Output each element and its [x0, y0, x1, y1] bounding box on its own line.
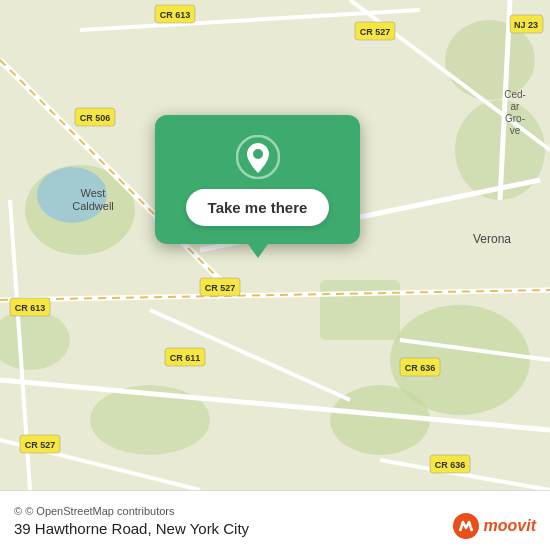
attribution-label: © OpenStreetMap contributors: [25, 505, 174, 517]
svg-text:Caldwell: Caldwell: [72, 200, 114, 212]
svg-text:Verona: Verona: [473, 232, 511, 246]
svg-text:Ced-: Ced-: [504, 89, 526, 100]
svg-text:CR 527: CR 527: [205, 283, 236, 293]
svg-text:NJ 23: NJ 23: [514, 20, 538, 30]
svg-text:CR 506: CR 506: [80, 113, 111, 123]
svg-text:CR 611: CR 611: [170, 353, 201, 363]
address-text: 39 Hawthorne Road, New York City: [14, 520, 249, 537]
svg-point-52: [253, 149, 263, 159]
bottom-bar: © © OpenStreetMap contributors 39 Hawtho…: [0, 490, 550, 550]
svg-text:West: West: [81, 187, 106, 199]
location-popup: Take me there: [155, 115, 360, 244]
location-pin-icon: [236, 135, 280, 179]
take-me-there-button[interactable]: Take me there: [186, 189, 330, 226]
moovit-icon: [452, 512, 480, 540]
attribution-symbol: ©: [14, 505, 22, 517]
svg-text:ve: ve: [510, 125, 521, 136]
svg-text:CR 636: CR 636: [435, 460, 466, 470]
moovit-brand-text: moovit: [484, 517, 536, 535]
map-svg: CR 613 CR 527 NJ 23 CR 506 CR 613 CR 527…: [0, 0, 550, 490]
map-view: CR 613 CR 527 NJ 23 CR 506 CR 613 CR 527…: [0, 0, 550, 490]
svg-text:Gro-: Gro-: [505, 113, 525, 124]
svg-text:CR 613: CR 613: [15, 303, 46, 313]
svg-text:CR 613: CR 613: [160, 10, 191, 20]
svg-text:CR 636: CR 636: [405, 363, 436, 373]
svg-text:CR 527: CR 527: [360, 27, 391, 37]
moovit-logo: moovit: [452, 512, 536, 540]
svg-rect-5: [320, 280, 400, 340]
svg-text:CR 527: CR 527: [25, 440, 56, 450]
svg-text:ar: ar: [511, 101, 521, 112]
